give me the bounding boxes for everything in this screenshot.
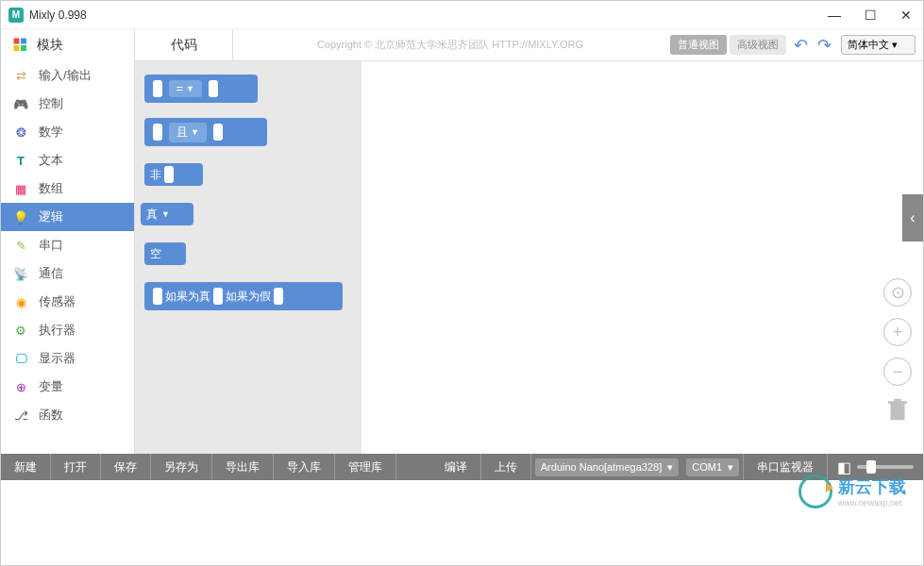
zoom-in-button[interactable]: + bbox=[883, 318, 912, 346]
workspace-controls: ⊙ + − bbox=[883, 278, 912, 386]
null-label: 空 bbox=[150, 246, 161, 262]
zoom-slider[interactable] bbox=[857, 465, 914, 469]
board-select[interactable]: Arduino Nano[atmega328]▾ bbox=[535, 458, 679, 476]
sidebar-item-var[interactable]: ⊕变量 bbox=[1, 373, 134, 401]
var-icon: ⊕ bbox=[12, 378, 29, 395]
comm-icon: 📡 bbox=[12, 265, 29, 282]
compare-op: = bbox=[176, 82, 183, 95]
sidebar-item-label: 通信 bbox=[39, 265, 63, 282]
tab-blocks[interactable]: 模块 bbox=[1, 29, 135, 61]
normal-view-button[interactable]: 普通视图 bbox=[670, 35, 727, 55]
watermark-logo-icon bbox=[798, 474, 832, 508]
titlebar: M Mixly 0.998 — ☐ ✕ bbox=[1, 1, 923, 29]
bottombar: 新建 打开 保存 另存为 导出库 导入库 管理库 编译 上传 Arduino N… bbox=[1, 454, 923, 480]
sidebar-item-label: 串口 bbox=[39, 237, 63, 254]
svg-rect-1 bbox=[21, 38, 26, 43]
zoom-slider-group: ◧ bbox=[828, 458, 923, 476]
svg-rect-3 bbox=[21, 45, 26, 51]
block-null[interactable]: 空 bbox=[144, 242, 186, 265]
sidebar-item-display[interactable]: 🖵显示器 bbox=[1, 344, 134, 373]
io-icon: ⇄ bbox=[12, 67, 29, 84]
svg-rect-2 bbox=[14, 45, 20, 51]
saveas-button[interactable]: 另存为 bbox=[151, 454, 212, 480]
main-area: ⇄输入/输出 🎮控制 ❂数学 T文本 ▦数组 💡逻辑 ✎串口 📡通信 ◉传感器 … bbox=[1, 61, 923, 454]
block-logic-and[interactable]: 且▼ bbox=[144, 118, 267, 146]
sidebar-item-label: 逻辑 bbox=[39, 208, 63, 225]
trash-icon[interactable] bbox=[883, 393, 912, 429]
language-select[interactable]: 简体中文 ▾ bbox=[841, 35, 916, 55]
if-true-label: 如果为真 bbox=[165, 289, 210, 305]
watermark-subtext: www.newasp.net bbox=[838, 498, 906, 508]
maximize-button[interactable]: ☐ bbox=[861, 6, 880, 25]
func-icon: ⎇ bbox=[12, 407, 29, 424]
sidebar-item-label: 执行器 bbox=[39, 322, 76, 339]
text-icon: T bbox=[12, 152, 29, 169]
view-mode-buttons: 普通视图 高级视图 bbox=[667, 35, 786, 55]
copyright-text: Copyright © 北京师范大学米思齐团队 HTTP://MIXLY.ORG bbox=[233, 38, 667, 52]
puzzle-icon bbox=[12, 37, 29, 54]
window-controls: — ☐ ✕ bbox=[825, 6, 916, 25]
block-compare[interactable]: =▼ bbox=[144, 75, 258, 103]
port-select[interactable]: COM1▾ bbox=[686, 458, 739, 476]
display-icon: 🖵 bbox=[12, 350, 29, 367]
port-selected: COM1 bbox=[692, 461, 722, 473]
watermark-text: 新云下载 bbox=[838, 477, 906, 496]
upload-button[interactable]: 上传 bbox=[481, 454, 531, 480]
collapse-panel-tab[interactable]: ‹ bbox=[902, 194, 923, 241]
sidebar-item-label: 控制 bbox=[39, 95, 63, 112]
export-button[interactable]: 导出库 bbox=[212, 454, 274, 480]
sidebar-item-label: 函数 bbox=[39, 407, 63, 424]
sidebar-item-control[interactable]: 🎮控制 bbox=[1, 90, 134, 118]
sidebar-item-label: 输入/输出 bbox=[39, 67, 92, 84]
svg-rect-0 bbox=[14, 38, 20, 43]
topbar: 模块 代码 Copyright © 北京师范大学米思齐团队 HTTP://MIX… bbox=[1, 29, 923, 61]
block-ternary[interactable]: 如果为真如果为假 bbox=[144, 282, 343, 310]
center-button[interactable]: ⊙ bbox=[883, 278, 912, 307]
undo-icon[interactable]: ↶ bbox=[794, 35, 808, 56]
sidebar-item-comm[interactable]: 📡通信 bbox=[1, 259, 134, 288]
import-button[interactable]: 导入库 bbox=[274, 454, 335, 480]
manage-button[interactable]: 管理库 bbox=[335, 454, 396, 480]
save-button[interactable]: 保存 bbox=[101, 454, 151, 480]
sidebar-item-func[interactable]: ⎇函数 bbox=[1, 401, 134, 429]
minimize-button[interactable]: — bbox=[825, 6, 844, 25]
zoom-reset-icon[interactable]: ◧ bbox=[837, 458, 851, 476]
advanced-view-button[interactable]: 高级视图 bbox=[730, 35, 786, 55]
sidebar-item-sensor[interactable]: ◉传感器 bbox=[1, 288, 134, 316]
sidebar-item-math[interactable]: ❂数学 bbox=[1, 118, 134, 146]
sidebar-item-label: 显示器 bbox=[39, 350, 76, 367]
sidebar-item-actuator[interactable]: ⚙执行器 bbox=[1, 316, 134, 344]
actuator-icon: ⚙ bbox=[12, 322, 29, 339]
app-icon: M bbox=[8, 8, 24, 23]
sidebar-item-logic[interactable]: 💡逻辑 bbox=[1, 203, 134, 231]
tab-blocks-label: 模块 bbox=[37, 37, 63, 54]
compile-button[interactable]: 编译 bbox=[431, 454, 481, 480]
category-sidebar: ⇄输入/输出 🎮控制 ❂数学 T文本 ▦数组 💡逻辑 ✎串口 📡通信 ◉传感器 … bbox=[1, 61, 135, 454]
new-button[interactable]: 新建 bbox=[1, 454, 51, 480]
board-selected: Arduino Nano[atmega328] bbox=[541, 461, 662, 473]
sidebar-item-array[interactable]: ▦数组 bbox=[1, 175, 134, 203]
block-logic-not[interactable]: 非 bbox=[144, 163, 203, 186]
zoom-out-button[interactable]: − bbox=[883, 358, 912, 386]
status-area bbox=[1, 480, 923, 566]
bool-true-label: 真 bbox=[146, 207, 158, 223]
block-flyout: =▼ 且▼ 非 真▼ 空 如果为真如果为假 bbox=[135, 61, 361, 454]
tab-code[interactable]: 代码 bbox=[135, 29, 233, 61]
sidebar-item-label: 变量 bbox=[39, 378, 63, 395]
app-title: Mixly 0.998 bbox=[29, 8, 87, 22]
undo-redo-group: ↶ ↷ bbox=[794, 35, 832, 56]
close-button[interactable]: ✕ bbox=[897, 6, 916, 25]
sidebar-item-label: 数组 bbox=[39, 180, 63, 197]
logic-and-label: 且 bbox=[176, 125, 188, 141]
watermark: 新云下载 www.newasp.net bbox=[798, 474, 906, 508]
workspace[interactable]: =▼ 且▼ 非 真▼ 空 如果为真如果为假 ⊙ + − bbox=[135, 61, 923, 454]
array-icon: ▦ bbox=[12, 180, 29, 197]
tab-code-label: 代码 bbox=[171, 37, 197, 54]
sidebar-item-serial[interactable]: ✎串口 bbox=[1, 231, 134, 259]
redo-icon[interactable]: ↷ bbox=[817, 35, 832, 56]
block-bool-true[interactable]: 真▼ bbox=[141, 203, 193, 225]
math-icon: ❂ bbox=[12, 124, 29, 141]
open-button[interactable]: 打开 bbox=[51, 454, 101, 480]
sidebar-item-text[interactable]: T文本 bbox=[1, 146, 134, 175]
sidebar-item-io[interactable]: ⇄输入/输出 bbox=[1, 61, 134, 90]
